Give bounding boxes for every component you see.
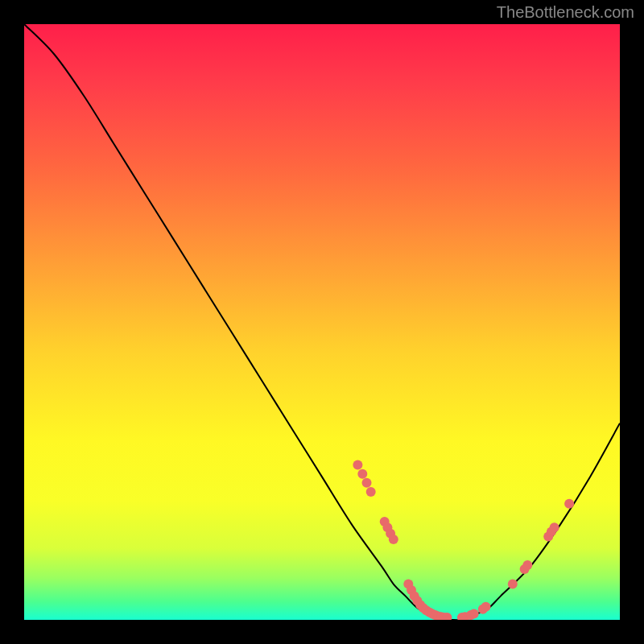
watermark-text: TheBottleneck.com [497, 3, 634, 22]
bottleneck-curve-line [24, 24, 620, 620]
data-markers-group [353, 460, 574, 620]
data-marker [481, 602, 491, 612]
data-marker [389, 535, 398, 544]
data-marker [366, 487, 376, 497]
data-marker [469, 609, 479, 619]
chart-svg [24, 24, 620, 620]
data-marker [550, 522, 559, 532]
data-marker [508, 580, 518, 589]
data-marker [357, 469, 367, 479]
chart-plot-area [24, 24, 620, 620]
data-marker [522, 560, 532, 570]
data-marker [564, 499, 574, 509]
data-marker [353, 460, 362, 470]
data-marker [362, 478, 372, 488]
